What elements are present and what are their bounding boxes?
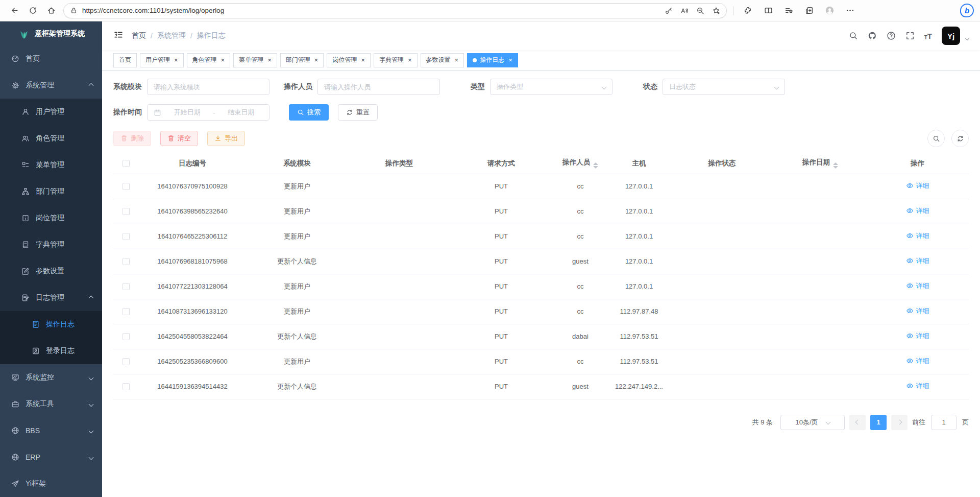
row-checkbox[interactable] <box>122 283 130 290</box>
app-logo[interactable]: 意框架管理系统 <box>0 21 102 45</box>
tab-param[interactable]: 参数设置× <box>421 53 464 67</box>
export-button[interactable]: 导出 <box>207 131 245 146</box>
sidebar-item-monitor[interactable]: 系统监控 <box>0 364 102 391</box>
refresh-button[interactable] <box>24 3 41 19</box>
cell-actions: 详细 <box>866 174 969 199</box>
sidebar-item-loginlog[interactable]: 登录日志 <box>0 338 102 364</box>
sidebar-item-param[interactable]: 参数设置 <box>0 258 102 285</box>
sidebar-item-post[interactable]: 岗位管理 <box>0 205 102 231</box>
sidebar-item-system[interactable]: 系统管理 <box>0 72 102 99</box>
sidebar-item-operlog[interactable]: 操作日志 <box>0 311 102 338</box>
sidebar-item-dept[interactable]: 部门管理 <box>0 178 102 205</box>
row-checkbox[interactable] <box>122 308 130 315</box>
sidebar-item-yi[interactable]: Yi框架 <box>0 470 102 497</box>
header-cell-operation-date[interactable]: 操作日期 <box>774 153 866 174</box>
split-screen-button[interactable] <box>760 3 776 19</box>
github-icon[interactable] <box>868 31 877 40</box>
close-icon[interactable]: × <box>361 57 365 63</box>
detail-link[interactable]: 详细 <box>906 382 929 391</box>
clear-button[interactable]: 清空 <box>160 131 198 146</box>
sort-icon[interactable] <box>833 162 838 169</box>
sidebar-item-role[interactable]: 角色管理 <box>0 125 102 152</box>
search-icon[interactable] <box>849 31 858 40</box>
font-size-icon[interactable]: TT <box>924 32 932 40</box>
detail-link[interactable]: 详细 <box>906 181 929 191</box>
fullscreen-icon[interactable] <box>905 31 915 40</box>
back-button[interactable] <box>6 3 22 19</box>
row-checkbox[interactable] <box>122 333 130 340</box>
select-all-checkbox[interactable] <box>122 160 130 167</box>
page-size-select[interactable]: 10条/页 <box>780 415 845 430</box>
row-checkbox[interactable] <box>122 258 130 265</box>
key-icon[interactable] <box>665 7 673 15</box>
sort-icon[interactable] <box>593 162 598 169</box>
sidebar-item-user[interactable]: 用户管理 <box>0 99 102 125</box>
detail-link[interactable]: 详细 <box>906 332 929 341</box>
avatar-caret-icon[interactable] <box>965 36 969 40</box>
sidebar-item-tool[interactable]: 系统工具 <box>0 391 102 417</box>
row-checkbox[interactable] <box>122 233 130 240</box>
prev-page-button[interactable] <box>849 415 866 430</box>
next-page-button[interactable] <box>891 415 908 430</box>
tab-home[interactable]: 首页 <box>113 53 137 67</box>
row-checkbox[interactable] <box>122 208 130 215</box>
tab-role[interactable]: 角色管理× <box>187 53 231 67</box>
sidebar-item-log[interactable]: 日志管理 <box>0 285 102 311</box>
reset-button[interactable]: 重置 <box>338 104 378 121</box>
date-range-picker[interactable]: 开始日期 - 结束日期 <box>147 104 270 121</box>
user-avatar[interactable]: Yj <box>942 27 960 45</box>
sidebar-item-erp[interactable]: ERP <box>0 444 102 470</box>
tab-actions-button[interactable] <box>801 3 817 19</box>
read-aloud-icon[interactable] <box>680 7 689 15</box>
detail-link[interactable]: 详细 <box>906 206 929 216</box>
close-icon[interactable]: × <box>455 57 459 63</box>
sidebar-item-bbs[interactable]: BBS <box>0 417 102 444</box>
detail-link[interactable]: 详细 <box>906 357 929 366</box>
show-search-button[interactable] <box>927 130 945 147</box>
extensions-button[interactable] <box>740 3 756 19</box>
refresh-table-button[interactable] <box>951 130 969 147</box>
tab-dept[interactable]: 部门管理× <box>280 53 324 67</box>
close-icon[interactable]: × <box>174 57 178 63</box>
detail-link[interactable]: 详细 <box>906 256 929 266</box>
goto-page-input[interactable] <box>931 415 957 430</box>
zoom-out-icon[interactable] <box>696 7 704 15</box>
close-icon[interactable]: × <box>267 57 272 63</box>
detail-link[interactable]: 详细 <box>906 281 929 291</box>
address-bar[interactable]: https://ccnetcore.com:1101/system/log/op… <box>63 3 727 18</box>
log-status-select[interactable]: 日志状态 <box>663 79 785 95</box>
profile-button[interactable] <box>821 3 838 19</box>
sidebar-item-menu[interactable]: 菜单管理 <box>0 152 102 178</box>
row-checkbox[interactable] <box>122 358 130 365</box>
sidebar-item-home[interactable]: 首页 <box>0 45 102 72</box>
system-module-input[interactable] <box>147 79 270 95</box>
collections-button[interactable] <box>780 3 797 19</box>
close-icon[interactable]: × <box>314 57 318 63</box>
tab-menu[interactable]: 菜单管理× <box>233 53 277 67</box>
tab-user[interactable]: 用户管理× <box>140 53 184 67</box>
detail-link[interactable]: 详细 <box>906 306 929 316</box>
header-cell-operator[interactable]: 操作人员 <box>552 153 608 174</box>
url-text[interactable]: https://ccnetcore.com:1101/system/log/op… <box>82 7 665 14</box>
sidebar-item-dict[interactable]: 字典管理 <box>0 231 102 258</box>
help-icon[interactable] <box>887 31 896 40</box>
search-button[interactable]: 搜索 <box>289 104 329 121</box>
home-button[interactable] <box>43 3 59 19</box>
sidebar-toggle-icon[interactable] <box>113 30 124 42</box>
tab-post[interactable]: 岗位管理× <box>327 53 371 67</box>
operator-input[interactable] <box>317 79 440 95</box>
more-button[interactable] <box>842 3 858 19</box>
operation-type-select[interactable]: 操作类型 <box>490 79 612 95</box>
tab-dict[interactable]: 字典管理× <box>374 53 418 67</box>
row-checkbox[interactable] <box>122 183 130 190</box>
close-icon[interactable]: × <box>408 57 412 63</box>
tab-operlog[interactable]: 操作日志× <box>467 53 518 67</box>
page-number-button[interactable]: 1 <box>870 415 887 430</box>
close-icon[interactable]: × <box>221 57 225 63</box>
copilot-icon[interactable]: b <box>960 4 974 17</box>
detail-link[interactable]: 详细 <box>906 231 929 241</box>
favorite-add-icon[interactable] <box>712 7 720 15</box>
close-icon[interactable]: × <box>508 57 512 63</box>
row-checkbox[interactable] <box>122 383 130 390</box>
breadcrumb-item[interactable]: 首页 <box>132 31 146 40</box>
